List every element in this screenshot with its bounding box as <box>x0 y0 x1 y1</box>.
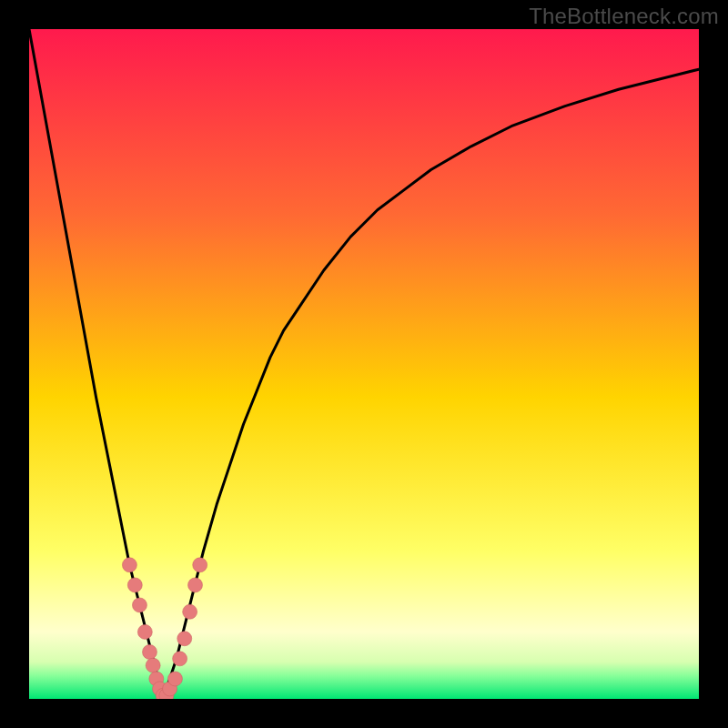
chart-svg <box>29 29 699 699</box>
plot-area <box>29 29 699 699</box>
curve-marker <box>193 558 207 572</box>
curve-marker <box>137 624 152 639</box>
chart-frame: TheBottleneck.com <box>0 0 728 728</box>
curve-marker <box>177 632 192 646</box>
watermark-text: TheBottleneck.com <box>529 4 719 29</box>
curve-marker <box>132 598 147 612</box>
curve-marker <box>142 644 157 659</box>
curve-marker <box>183 604 197 619</box>
curve-marker <box>127 578 142 592</box>
curve-marker <box>188 578 203 592</box>
curve-marker <box>173 652 187 666</box>
gradient-background <box>29 29 699 699</box>
curve-marker <box>146 658 160 672</box>
curve-marker <box>167 672 182 686</box>
curve-marker <box>122 558 136 572</box>
